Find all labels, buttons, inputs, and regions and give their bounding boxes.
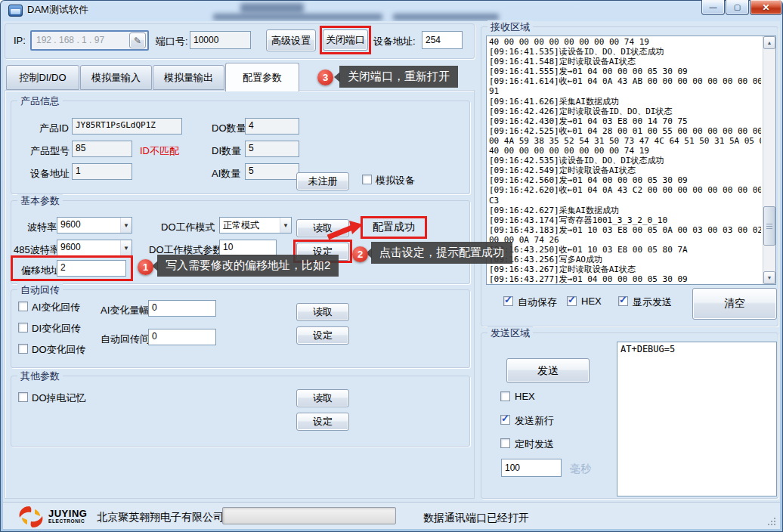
- baud-value: 9600: [57, 218, 120, 233]
- close-button[interactable]: ✕: [750, 0, 782, 15]
- offset-input[interactable]: 2: [57, 260, 126, 277]
- port-input[interactable]: 10000: [190, 31, 251, 49]
- progress-bar: [222, 507, 396, 524]
- brand-sub: ELECTRONIC: [48, 518, 85, 524]
- ip-value: 192 . 168 . 1 . 97: [36, 35, 104, 45]
- close-port-button[interactable]: 关闭端口: [323, 29, 368, 51]
- baud485-value: 9600: [57, 240, 120, 255]
- advanced-settings-button[interactable]: 高级设置: [266, 29, 316, 51]
- checkmark-icon: ✓: [619, 294, 627, 305]
- resize-grip[interactable]: [768, 518, 775, 525]
- timed-send-checkbox[interactable]: [500, 438, 510, 448]
- amplitude-input[interactable]: 0: [148, 300, 216, 317]
- ip-label: IP:: [14, 35, 26, 46]
- do-memory-checkbox[interactable]: [18, 392, 28, 402]
- callout-3-badge: 3: [317, 70, 333, 85]
- tab-control-dido[interactable]: 控制DI/DO: [6, 65, 79, 90]
- background-glass-blur: [240, 3, 304, 13]
- tab-config-params[interactable]: 配置参数: [225, 63, 299, 91]
- do-memory-label: DO掉电记忆: [32, 391, 86, 405]
- background-glass-blur: [213, 14, 382, 20]
- window-title: DAM测试软件: [27, 0, 88, 21]
- edit-ip-button[interactable]: ✎: [129, 32, 146, 48]
- chevron-down-icon: ▼: [280, 218, 291, 233]
- other-params-group: 其他参数: [11, 376, 470, 447]
- di-change-checkbox[interactable]: [18, 323, 28, 332]
- device-address-input[interactable]: 254: [422, 31, 463, 49]
- checkmark-icon: ✓: [501, 413, 509, 424]
- red-arrow-icon: [325, 219, 364, 240]
- send-hex-label: HEX: [515, 391, 535, 402]
- checkmark-icon: ✓: [568, 294, 576, 305]
- sim-device-checkbox[interactable]: [362, 175, 372, 184]
- send-hex-checkbox[interactable]: [500, 391, 510, 401]
- timed-send-label: 定时发送: [515, 438, 554, 451]
- chevron-down-icon: ▼: [120, 240, 132, 255]
- auto-report-legend: 自动回传: [17, 283, 63, 297]
- ip-input[interactable]: 192 . 168 . 1 . 97 ✎: [30, 30, 149, 51]
- other-params-legend: 其他参数: [17, 370, 63, 383]
- do-param-input[interactable]: 10: [219, 240, 277, 256]
- autosave-checkbox[interactable]: ✓: [503, 296, 513, 306]
- clear-button[interactable]: 清空: [692, 288, 777, 320]
- baud485-select[interactable]: 9600 ▼: [57, 240, 132, 256]
- receive-legend: 接收区域: [487, 20, 533, 34]
- other-read-button[interactable]: 读取: [296, 389, 349, 407]
- di-count-label: DI数量: [212, 144, 241, 158]
- send-legend: 发送区域: [487, 326, 533, 340]
- company-name: 北京聚英翱翔电子有限公司: [97, 511, 224, 524]
- product-info-legend: 产品信息: [17, 94, 63, 108]
- scroll-up-button[interactable]: ▲: [763, 36, 775, 49]
- tab-analog-output[interactable]: 模拟量输出: [153, 65, 224, 90]
- product-id-field[interactable]: JY85RT1PsGLdQP1Z: [72, 118, 182, 135]
- model-label: 产品型号: [30, 144, 70, 158]
- auto-read-button[interactable]: 读取: [296, 303, 349, 321]
- model-field[interactable]: 85: [72, 141, 132, 157]
- brand-name: JUYING: [48, 508, 87, 519]
- send-button[interactable]: 发送: [506, 358, 590, 383]
- show-send-checkbox[interactable]: ✓: [618, 296, 628, 306]
- ai-change-checkbox[interactable]: [18, 302, 28, 311]
- auto-set-button[interactable]: 设定: [296, 326, 349, 345]
- status-text: 数据通讯端口已经打开: [423, 512, 529, 525]
- receive-log-box[interactable]: 40 00 00 00 00 00 00 00 00 74 19 [09:16:…: [486, 36, 776, 285]
- unregistered-button[interactable]: 未注册: [296, 172, 349, 190]
- config-success-box: 配置成功: [361, 216, 427, 239]
- do-change-label: DO变化回传: [32, 343, 86, 357]
- minimize-button[interactable]: —: [701, 0, 725, 15]
- di-count-field[interactable]: 5: [245, 141, 299, 157]
- callout-1-badge: 1: [138, 259, 153, 275]
- minimize-icon: —: [710, 3, 717, 11]
- log-scrollbar[interactable]: ▲ ▼: [763, 36, 775, 284]
- sim-device-label: 模拟设备: [376, 174, 415, 187]
- do-change-checkbox[interactable]: [18, 344, 28, 354]
- send-content-textarea[interactable]: AT+DEBUG=5: [617, 342, 777, 496]
- send-newline-checkbox[interactable]: ✓: [500, 415, 510, 425]
- tab-analog-input[interactable]: 模拟量输入: [80, 65, 152, 90]
- milliseconds-label: 毫秒: [570, 462, 591, 476]
- do-mode-select[interactable]: 正常模式 ▼: [219, 217, 292, 234]
- baud-label: 波特率: [27, 221, 57, 234]
- maximize-button[interactable]: ▢: [726, 0, 749, 15]
- receive-hex-checkbox[interactable]: ✓: [567, 296, 577, 306]
- scroll-down-button[interactable]: ▼: [763, 271, 775, 284]
- pencil-icon: ✎: [134, 36, 141, 46]
- do-count-label: DO数量: [212, 122, 246, 135]
- product-device-addr-field[interactable]: 1: [72, 163, 132, 180]
- offset-label: 偏移地址: [21, 264, 60, 277]
- baud-select[interactable]: 9600 ▼: [57, 217, 132, 234]
- ai-count-field[interactable]: 5: [245, 163, 299, 180]
- port-label: 端口号:: [156, 35, 188, 48]
- scrollbar-thumb[interactable]: [763, 206, 775, 246]
- title-bar[interactable]: DAM测试软件 — ▢ ✕: [0, 0, 783, 21]
- other-set-button[interactable]: 设定: [296, 413, 349, 431]
- di-change-label: DI变化回传: [32, 322, 81, 336]
- product-device-addr-label: 设备地址: [30, 167, 70, 181]
- send-interval-input[interactable]: 100: [501, 459, 562, 477]
- callout-1-tooltip: 写入需要修改的偏移地址，比如2: [157, 255, 339, 277]
- interval-input[interactable]: 0: [148, 329, 216, 345]
- do-count-field[interactable]: 4: [245, 118, 299, 135]
- receive-log-text: 40 00 00 00 00 00 00 00 00 74 19 [09:16:…: [489, 37, 761, 283]
- product-id-label: 产品ID: [39, 122, 69, 135]
- ai-change-label: AI变化回传: [32, 301, 80, 314]
